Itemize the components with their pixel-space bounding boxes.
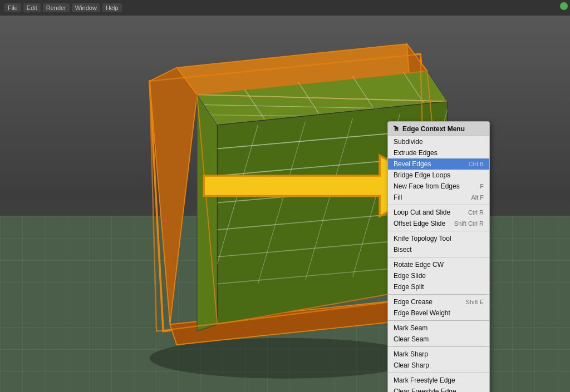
window-menu[interactable]: Window [72,3,100,12]
menu-item-label: Edge Split [394,283,424,291]
menu-item-label: Clear Freestyle Edge [394,388,456,392]
menu-title-text: Edge Context Menu [402,125,465,133]
menu-title: 🖱 Edge Context Menu [388,122,489,136]
svg-point-0 [150,338,420,379]
menu-item-label: Mark Seam [394,324,428,332]
menu-item-edge-split[interactable]: Edge Split [388,281,489,292]
menu-item-fill[interactable]: FillAlt F [388,192,489,203]
menu-item-mark-seam[interactable]: Mark Seam [388,322,489,334]
menu-item-new-face-from-edges[interactable]: New Face from EdgesF [388,181,489,192]
menu-separator [388,205,489,205]
menu-item-clear-seam[interactable]: Clear Seam [388,334,489,345]
menu-separator [388,320,489,321]
menu-separator [388,373,489,373]
menu-item-mark-freestyle-edge[interactable]: Mark Freestyle Edge [388,375,489,386]
menu-item-offset-edge-slide[interactable]: Offset Edge SlideShift Ctrl R [388,218,489,229]
menu-item-label: Mark Sharp [394,350,428,358]
pivot-point [164,220,167,222]
menu-item-rotate-edge-cw[interactable]: Rotate Edge CW [388,259,489,270]
menu-item-knife-topology-tool[interactable]: Knife Topology Tool [388,233,489,244]
menu-item-label: New Face from Edges [394,182,460,190]
menu-item-clear-freestyle-edge[interactable]: Clear Freestyle Edge [388,386,489,392]
menu-item-label: Bevel Edges [394,160,431,168]
menu-separator [388,346,489,347]
menu-item-label: Knife Topology Tool [394,235,451,242]
menu-item-clear-sharp[interactable]: Clear Sharp [388,360,489,371]
menu-item-label: Extrude Edges [394,149,438,157]
menu-item-label: Edge Bevel Weight [394,309,450,317]
menu-item-label: Subdivide [394,138,423,146]
menu-item-bisect[interactable]: Bisect [388,244,489,255]
menu-item-edge-crease[interactable]: Edge CreaseShift E [388,296,489,307]
menu-items: SubdivideExtrude EdgesBevel EdgesCtrl BB… [388,136,489,392]
menu-item-label: Clear Seam [394,335,429,343]
menu-item-label: Clear Sharp [394,361,429,369]
render-menu[interactable]: Render [43,3,70,12]
status-indicator [560,2,568,10]
edit-menu[interactable]: Edit [23,3,41,12]
help-menu[interactable]: Help [102,3,122,12]
menu-item-label: Rotate Edge CW [394,261,444,269]
menu-item-extrude-edges[interactable]: Extrude Edges [388,147,489,158]
menu-item-label: Fill [394,193,402,201]
menu-item-label: Bridge Edge Loops [394,171,450,179]
menu-item-label: Bisect [394,246,412,254]
menu-item-shortcut: Ctrl B [469,161,484,167]
edge-context-menu: 🖱 Edge Context Menu SubdivideExtrude Edg… [387,121,490,392]
menu-separator [388,294,489,295]
menu-item-label: Edge Slide [394,272,426,280]
menu-item-bridge-edge-loops[interactable]: Bridge Edge Loops [388,170,489,181]
menu-item-label: Mark Freestyle Edge [394,376,455,384]
menu-item-shortcut: Ctrl R [468,209,484,216]
menu-item-subdivide[interactable]: Subdivide [388,136,489,147]
menu-item-label: Offset Edge Slide [394,220,445,227]
menu-item-edge-slide[interactable]: Edge Slide [388,270,489,281]
menu-item-edge-bevel-weight[interactable]: Edge Bevel Weight [388,307,489,319]
menu-item-label: Edge Crease [394,298,433,306]
menu-item-shortcut: Shift Ctrl R [454,220,484,227]
file-menu[interactable]: File [4,3,21,12]
menu-item-shortcut: F [480,183,484,190]
menu-separator [388,257,489,257]
menu-item-mark-sharp[interactable]: Mark Sharp [388,349,489,360]
menu-icon: 🖱 [392,125,400,133]
menu-item-label: Loop Cut and Slide [394,209,450,216]
menu-item-bevel-edges[interactable]: Bevel EdgesCtrl B [388,158,489,170]
menu-item-loop-cut-and-slide[interactable]: Loop Cut and SlideCtrl R [388,207,489,218]
menu-item-shortcut: Shift E [466,299,484,305]
menu-item-shortcut: Alt F [471,194,484,201]
topbar: File Edit Render Window Help [0,0,570,16]
menu-separator [388,231,489,231]
